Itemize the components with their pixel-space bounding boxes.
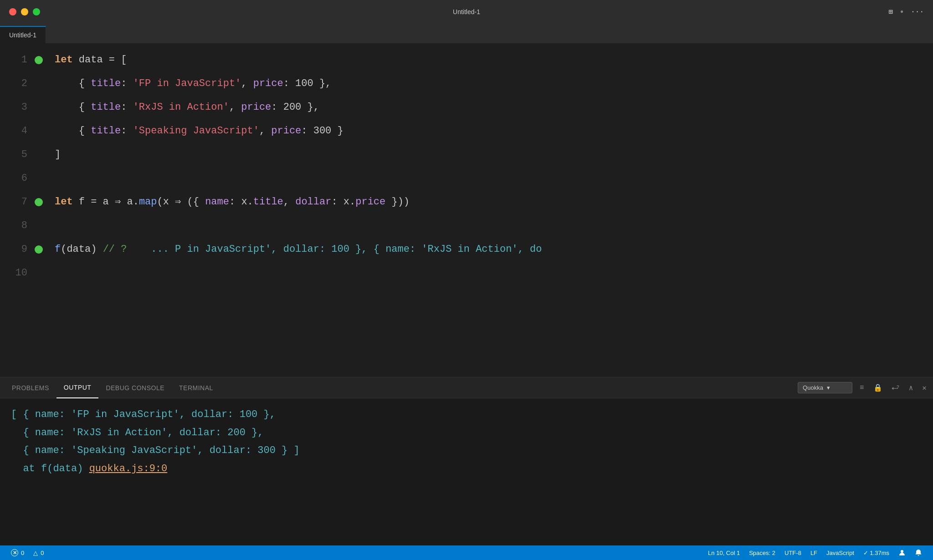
- gutter-1: [32, 48, 46, 72]
- gutter-4: [32, 119, 46, 143]
- tab-terminal[interactable]: TERMINAL: [172, 377, 220, 398]
- error-icon: ✕: [11, 549, 18, 556]
- code-line-7: let f = a ⇒ a.map(x ⇒ ({ name: x.title, …: [55, 190, 918, 214]
- split-editor-icon[interactable]: ⊞: [888, 7, 893, 16]
- code-line-1: let data = [: [55, 48, 918, 72]
- quokka-link[interactable]: quokka.js:9:0: [89, 463, 168, 474]
- gutter-5: [32, 143, 46, 167]
- gutter-8: [32, 214, 46, 238]
- gutter-6: [32, 167, 46, 190]
- line-num-6: 6: [5, 167, 27, 190]
- editor-tab[interactable]: Untitled-1: [0, 26, 46, 43]
- line-num-9: 9: [5, 238, 27, 261]
- indentation[interactable]: Spaces: 2: [745, 550, 779, 556]
- code-line-4: { title: 'Speaking JavaScript', price: 3…: [55, 119, 918, 143]
- code-line-2: { title: 'FP in JavaScript', price: 100 …: [55, 72, 918, 96]
- tab-bar: Untitled-1: [0, 24, 933, 44]
- language-mode[interactable]: JavaScript: [823, 550, 858, 556]
- quokka-status[interactable]: ✓ 1.37ms: [860, 550, 893, 556]
- circle-icon: ●: [900, 9, 903, 15]
- line-num-2: 2: [5, 72, 27, 96]
- output-source-dropdown[interactable]: Quokka ▾: [798, 382, 852, 393]
- tab-debug-console[interactable]: DEBUG CONSOLE: [98, 377, 172, 398]
- close-button[interactable]: [9, 8, 16, 15]
- minimize-button[interactable]: [21, 8, 28, 15]
- code-line-5: ]: [55, 143, 918, 167]
- tab-output[interactable]: OUTPUT: [56, 377, 99, 398]
- code-line-6: [55, 167, 918, 190]
- cursor-position[interactable]: Ln 10, Col 1: [704, 550, 743, 556]
- chevron-up-icon[interactable]: ∧: [907, 382, 915, 394]
- line-num-4: 4: [5, 119, 27, 143]
- line-ending[interactable]: LF: [807, 550, 821, 556]
- code-editor[interactable]: 1 2 3 4 5 6 7 8 9 10 l: [0, 44, 933, 377]
- panel-content: [ { name: 'FP in JavaScript', dollar: 10…: [0, 398, 933, 545]
- gutter: [32, 48, 46, 372]
- svg-point-0: [901, 550, 903, 553]
- editor-scrollbar[interactable]: [927, 48, 933, 372]
- line-num-5: 5: [5, 143, 27, 167]
- output-line-4: at f(data) quokka.js:9:0: [11, 460, 922, 478]
- breakpoint-7: [35, 198, 43, 206]
- error-number: 0: [21, 550, 24, 556]
- gutter-10: [32, 261, 46, 285]
- titlebar-actions: ⊞ ● ···: [888, 7, 924, 16]
- code-line-8: [55, 214, 918, 238]
- warning-icon: △: [33, 550, 38, 556]
- output-line-3: { name: 'Speaking JavaScript', dollar: 3…: [11, 442, 922, 460]
- person-icon[interactable]: [895, 549, 909, 556]
- lock-icon[interactable]: 🔒: [871, 382, 884, 394]
- line-num-8: 8: [5, 214, 27, 238]
- panel-controls: Quokka ▾ ≡ 🔒 ⮐ ∧ ✕: [798, 381, 928, 394]
- panel: PROBLEMS OUTPUT DEBUG CONSOLE TERMINAL Q…: [0, 377, 933, 545]
- titlebar: Untitled-1 ⊞ ● ···: [0, 0, 933, 24]
- chevron-down-icon: ▾: [827, 384, 830, 391]
- status-bar-right: Ln 10, Col 1 Spaces: 2 UTF-8 LF JavaScri…: [704, 549, 926, 556]
- wrap-icon[interactable]: ⮐: [890, 381, 902, 394]
- output-line-2: { name: 'RxJS in Action', dollar: 200 },: [11, 424, 922, 442]
- warning-number: 0: [41, 550, 44, 556]
- window-title: Untitled-1: [453, 8, 480, 15]
- breakpoint-9: [35, 245, 43, 254]
- status-bar-left: ✕ 0 △ 0: [7, 549, 47, 556]
- close-panel-icon[interactable]: ✕: [920, 382, 928, 394]
- code-line-9: f(data) // ? ... P in JavaScript', dolla…: [55, 238, 918, 261]
- encoding[interactable]: UTF-8: [781, 550, 805, 556]
- notification-icon[interactable]: [911, 549, 926, 556]
- line-num-1: 1: [5, 48, 27, 72]
- filter-icon[interactable]: ≡: [858, 382, 866, 394]
- code-line-3: { title: 'RxJS in Action', price: 200 },: [55, 96, 918, 119]
- warning-count[interactable]: △ 0: [30, 550, 47, 556]
- code-line-10: [55, 261, 918, 285]
- line-num-10: 10: [5, 261, 27, 285]
- output-line-1: [ { name: 'FP in JavaScript', dollar: 10…: [11, 406, 922, 424]
- tab-problems[interactable]: PROBLEMS: [5, 377, 56, 398]
- tab-label: Untitled-1: [9, 31, 36, 39]
- gutter-7: [32, 190, 46, 214]
- window-controls: [9, 8, 40, 15]
- maximize-button[interactable]: [33, 8, 40, 15]
- gutter-3: [32, 96, 46, 119]
- breakpoint-1: [35, 56, 43, 64]
- line-num-3: 3: [5, 96, 27, 119]
- gutter-2: [32, 72, 46, 96]
- line-numbers: 1 2 3 4 5 6 7 8 9 10: [0, 48, 32, 372]
- line-num-7: 7: [5, 190, 27, 214]
- status-bar: ✕ 0 △ 0 Ln 10, Col 1 Spaces: 2 UTF-8 LF …: [0, 545, 933, 560]
- editor-container: Untitled-1 1 2 3 4 5 6 7 8 9 10: [0, 24, 933, 545]
- code-content[interactable]: let data = [ { title: 'FP in JavaScript'…: [46, 48, 927, 372]
- error-count[interactable]: ✕ 0: [7, 549, 28, 556]
- gutter-9: [32, 238, 46, 261]
- panel-tabs: PROBLEMS OUTPUT DEBUG CONSOLE TERMINAL Q…: [0, 377, 933, 398]
- more-actions-icon[interactable]: ···: [911, 8, 924, 16]
